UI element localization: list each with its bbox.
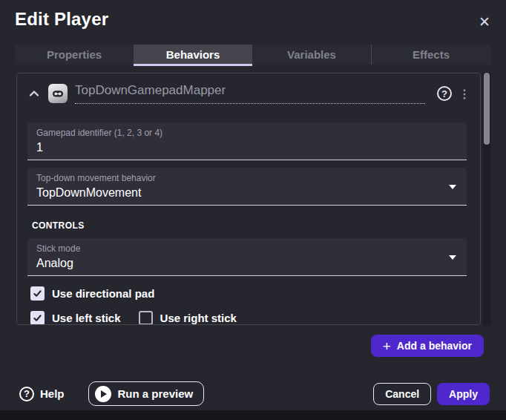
apply-button[interactable]: Apply: [437, 383, 490, 405]
page-title: Edit Player: [15, 9, 108, 30]
behavior-name-field[interactable]: TopDownGamepadMapper: [75, 83, 425, 104]
run-preview-button[interactable]: Run a preview: [88, 381, 205, 406]
tab-bar: Properties Behaviors Variables Effects: [15, 45, 490, 65]
tab-label: Behaviors: [166, 48, 220, 61]
tab-properties[interactable]: Properties: [15, 45, 134, 65]
tab-label: Effects: [413, 48, 450, 61]
background-strip: [0, 410, 506, 420]
scrollbar-track[interactable]: [482, 73, 491, 326]
tab-effects[interactable]: Effects: [371, 45, 490, 65]
checkbox-row: Use directional pad: [30, 286, 470, 301]
caret-down-icon: [449, 185, 456, 189]
gamepad-identifier-field[interactable]: Gamepad identifier (1, 2, 3 or 4) 1: [27, 122, 467, 160]
chevron-up-icon: [28, 88, 40, 99]
tab-variables[interactable]: Variables: [252, 45, 371, 65]
checkbox-row: Use left stick Use right stick: [30, 311, 470, 325]
tab-label: Variables: [287, 48, 336, 61]
checked-checkbox-icon: [30, 311, 45, 325]
field-label: Gamepad identifier (1, 2, 3 or 4): [36, 128, 444, 138]
behavior-help-button[interactable]: ?: [437, 86, 452, 101]
behavior-header: TopDownGamepadMapper ? ⋮: [17, 73, 480, 104]
close-button[interactable]: ✕: [475, 12, 494, 31]
help-label: Help: [40, 387, 65, 400]
stick-mode-dropdown[interactable]: Stick mode Analog: [27, 238, 467, 276]
dialog-footer: ? Help Run a preview Cancel Apply: [0, 381, 506, 406]
question-mark-icon: ?: [441, 88, 447, 99]
caret-down-icon: [449, 255, 456, 260]
play-icon: [95, 386, 111, 402]
checkbox-use-right-stick[interactable]: Use right stick: [139, 311, 237, 325]
movement-behavior-dropdown[interactable]: Top-down movement behavior TopDownMoveme…: [27, 168, 467, 206]
checkbox-use-left-stick[interactable]: Use left stick: [30, 311, 121, 325]
kebab-menu-icon: ⋮: [459, 87, 470, 101]
tab-label: Properties: [47, 48, 102, 61]
behavior-menu-button[interactable]: ⋮: [459, 86, 470, 101]
cancel-button[interactable]: Cancel: [373, 383, 431, 405]
behaviors-panel: TopDownGamepadMapper ? ⋮ Gamepad identif…: [16, 73, 481, 325]
close-icon: ✕: [479, 13, 490, 30]
tab-behaviors[interactable]: Behaviors: [134, 45, 252, 65]
checkbox-label: Use left stick: [52, 312, 121, 324]
field-value: Analog: [36, 257, 444, 270]
add-behavior-button[interactable]: + Add a behavior: [371, 335, 484, 357]
controls-section-header: CONTROLS: [32, 220, 470, 231]
unchecked-checkbox-icon: [139, 311, 153, 325]
add-behavior-label: Add a behavior: [397, 340, 472, 352]
checkbox-use-directional-pad[interactable]: Use directional pad: [30, 286, 154, 301]
checkbox-label: Use directional pad: [52, 287, 154, 300]
field-value: 1: [36, 141, 444, 154]
edit-player-dialog: Edit Player ✕ Properties Behaviors Varia…: [0, 0, 506, 420]
field-label: Top-down movement behavior: [36, 173, 444, 183]
scrollbar-thumb[interactable]: [484, 73, 490, 145]
gamepad-icon: [48, 84, 68, 103]
run-preview-label: Run a preview: [118, 387, 194, 400]
field-label: Stick mode: [36, 243, 444, 254]
checkbox-label: Use right stick: [160, 312, 237, 324]
behavior-name: TopDownGamepadMapper: [75, 83, 226, 97]
checked-checkbox-icon: [30, 286, 45, 301]
field-value: TopDownMovement: [36, 186, 444, 200]
help-icon: ?: [19, 387, 34, 401]
help-button[interactable]: ? Help: [19, 387, 65, 401]
plus-icon: +: [383, 339, 391, 353]
collapse-button[interactable]: [27, 87, 41, 100]
